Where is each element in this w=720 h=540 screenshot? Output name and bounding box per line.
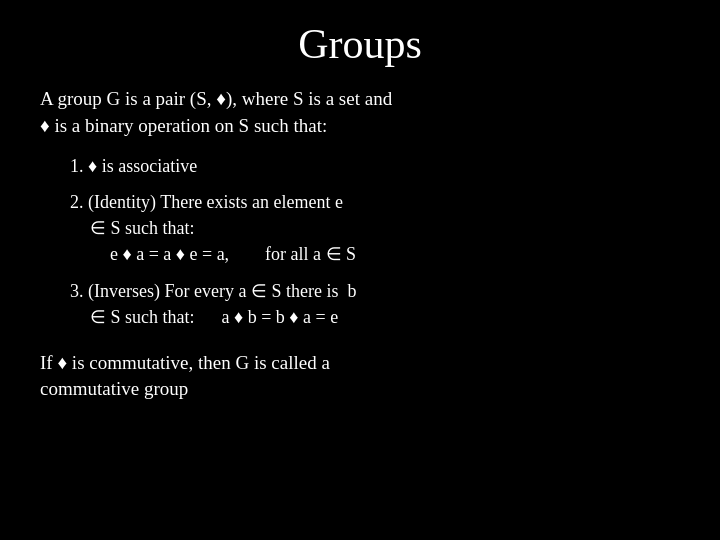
item-2-text: 2. (Identity) There exists an element e [70, 192, 343, 212]
item-3-text: 3. (Inverses) For every a ∈ S there is b [70, 281, 356, 301]
footer-note: If ♦ is commutative, then G is called ac… [40, 350, 680, 403]
item-1-number: 1. ♦ is associative [70, 156, 197, 176]
page-title: Groups [40, 20, 680, 68]
main-container: Groups A group G is a pair (S, ♦), where… [0, 0, 720, 540]
items-list: 1. ♦ is associative 2. (Identity) There … [40, 153, 680, 330]
intro-line2: ♦ is a binary operation on S such that: [40, 115, 327, 136]
intro-line1: A group G is a pair (S, ♦), where S is a… [40, 88, 392, 109]
list-item-2: 2. (Identity) There exists an element e … [70, 189, 680, 267]
footer-text: If ♦ is commutative, then G is called ac… [40, 352, 330, 400]
item-3-sub: ∈ S such that: a ♦ b = b ♦ a = e [70, 307, 338, 327]
list-item-3: 3. (Inverses) For every a ∈ S there is b… [70, 278, 680, 330]
intro-text: A group G is a pair (S, ♦), where S is a… [40, 86, 680, 139]
item-2-sub: ∈ S such that: [70, 218, 195, 238]
list-item-1: 1. ♦ is associative [70, 153, 680, 179]
item-2-sub2: e ♦ a = a ♦ e = a, for all a ∈ S [70, 244, 356, 264]
